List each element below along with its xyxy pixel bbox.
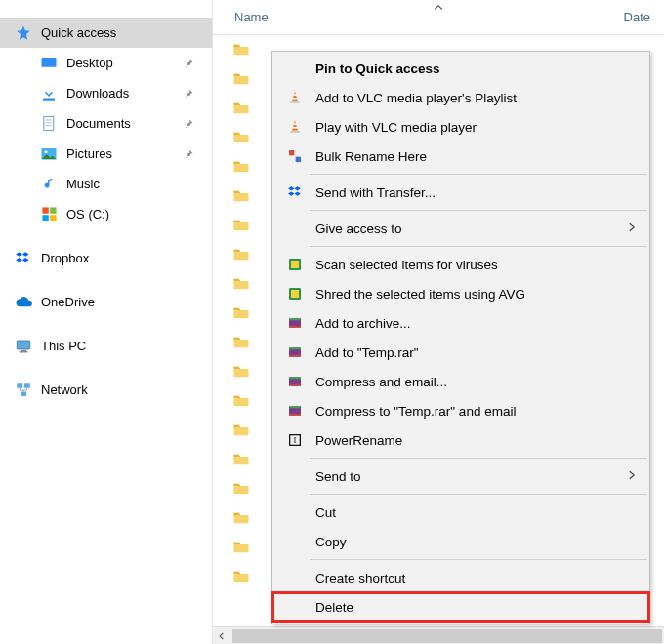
ctx-copy[interactable]: Copy [272, 527, 649, 556]
ctx-bulk-rename[interactable]: Bulk Rename Here [272, 141, 649, 171]
ctx-give-access[interactable]: Give access to [272, 214, 649, 243]
folder-icon [230, 568, 252, 585]
ctx-create-shortcut[interactable]: Create shortcut [272, 563, 649, 592]
sidebar-item-label: OS (C:) [66, 207, 212, 221]
sidebar-item-documents[interactable]: Documents [0, 108, 212, 139]
sidebar-item-dropbox[interactable]: Dropbox [0, 243, 212, 273]
vlc-icon [284, 87, 306, 108]
ctx-pin-quick-access[interactable]: Pin to Quick access [272, 54, 649, 83]
sidebar-item-network[interactable]: Network [0, 375, 212, 405]
sidebar-item-quick-access[interactable]: Quick access [0, 18, 212, 48]
avg-icon [284, 283, 306, 304]
sidebar-item-label: Music [66, 177, 212, 191]
documents-icon [39, 114, 59, 134]
sidebar-item-downloads[interactable]: Downloads [0, 78, 212, 108]
navigation-pane: Quick access Desktop Downloads Docume [0, 0, 213, 644]
sidebar-item-label: Downloads [66, 86, 183, 101]
winrar-icon [284, 342, 306, 363]
ctx-cut[interactable]: Cut [272, 498, 649, 527]
vlc-icon [284, 116, 306, 138]
downloads-icon [39, 84, 59, 103]
ctx-separator [310, 458, 647, 459]
ctx-add-archive[interactable]: Add to archive... [272, 308, 649, 338]
ctx-separator [310, 210, 647, 211]
ctx-compress-temp-email[interactable]: Compress to "Temp.rar" and email [272, 396, 649, 425]
svg-rect-34 [289, 347, 301, 349]
ctx-separator [310, 494, 647, 495]
folder-icon [230, 41, 252, 59]
blank-icon [284, 218, 306, 239]
ctx-scan-viruses[interactable]: Scan selected items for viruses [272, 250, 649, 279]
sidebar-item-desktop[interactable]: Desktop [0, 48, 212, 78]
ctx-powerrename[interactable]: I PowerRename [272, 425, 649, 455]
sidebar-item-music[interactable]: Music [0, 169, 212, 199]
ctx-send-transfer[interactable]: Send with Transfer... [272, 178, 649, 207]
folder-icon [230, 100, 252, 117]
sidebar-item-onedrive[interactable]: OneDrive [0, 287, 212, 317]
sidebar-item-this-pc[interactable]: This PC [0, 331, 212, 361]
ctx-label: Compress to "Temp.rar" and email [315, 404, 640, 419]
svg-rect-16 [24, 383, 30, 388]
svg-rect-12 [17, 341, 30, 349]
horizontal-scrollbar[interactable] [213, 626, 664, 644]
svg-rect-1 [43, 98, 55, 100]
svg-rect-8 [42, 207, 48, 213]
folder-icon [230, 304, 252, 322]
svg-rect-10 [42, 215, 48, 221]
folder-icon [230, 480, 252, 498]
svg-rect-31 [289, 318, 301, 320]
svg-rect-41 [289, 414, 301, 416]
folder-icon [230, 246, 252, 263]
ctx-label: Pin to Quick access [315, 61, 640, 76]
pin-icon [183, 118, 194, 130]
folder-icon [230, 392, 252, 410]
ctx-label: Cut [315, 505, 640, 520]
ctx-vlc-play[interactable]: Play with VLC media player [272, 112, 649, 141]
svg-rect-23 [292, 127, 297, 129]
onedrive-icon [14, 293, 33, 312]
svg-rect-29 [291, 290, 299, 298]
winrar-icon [284, 312, 306, 334]
chevron-right-icon [626, 221, 640, 236]
scroll-left-button[interactable] [213, 627, 230, 645]
ctx-label: Play with VLC media player [315, 120, 640, 135]
sidebar-item-label: Dropbox [41, 251, 212, 265]
blank-icon [284, 596, 306, 618]
column-header-date[interactable]: Date [602, 10, 664, 24]
ctx-vlc-add-playlist[interactable]: Add to VLC media player's Playlist [272, 83, 649, 112]
sidebar-item-label: Quick access [41, 25, 212, 40]
folder-icon [230, 539, 252, 556]
ctx-label: PowerRename [315, 433, 640, 448]
scrollbar-thumb[interactable] [232, 629, 662, 643]
winrar-icon [284, 400, 306, 422]
sort-indicator-icon [433, 2, 444, 17]
column-header-name[interactable]: Name [213, 10, 269, 24]
folder-icon [230, 451, 252, 468]
ctx-compress-email[interactable]: Compress and email... [272, 367, 649, 396]
ctx-label: Add to archive... [315, 316, 640, 331]
sidebar-item-pictures[interactable]: Pictures [0, 139, 212, 169]
svg-rect-14 [20, 351, 28, 352]
svg-rect-27 [291, 261, 299, 268]
pin-icon [183, 88, 194, 100]
svg-rect-32 [289, 326, 301, 328]
svg-rect-17 [21, 391, 26, 396]
sidebar-item-os-c[interactable]: OS (C:) [0, 199, 212, 229]
svg-rect-15 [17, 383, 22, 388]
avg-icon [284, 254, 306, 275]
ctx-add-temp-rar[interactable]: Add to "Temp.rar" [272, 338, 649, 367]
ctx-label: Send to [315, 469, 626, 484]
network-icon [14, 381, 33, 400]
blank-icon [284, 567, 306, 588]
ctx-send-to[interactable]: Send to [272, 462, 649, 491]
pin-icon [183, 148, 194, 160]
this-pc-icon [14, 337, 33, 356]
context-menu: Pin to Quick access Add to VLC media pla… [271, 51, 650, 624]
ctx-delete[interactable]: Delete [272, 592, 649, 622]
svg-rect-11 [50, 215, 56, 221]
ctx-shred-avg[interactable]: Shred the selected items using AVG [272, 279, 649, 308]
blank-icon [284, 531, 306, 552]
winrar-icon [284, 371, 306, 392]
svg-rect-19 [293, 94, 297, 96]
desktop-icon [39, 54, 59, 73]
